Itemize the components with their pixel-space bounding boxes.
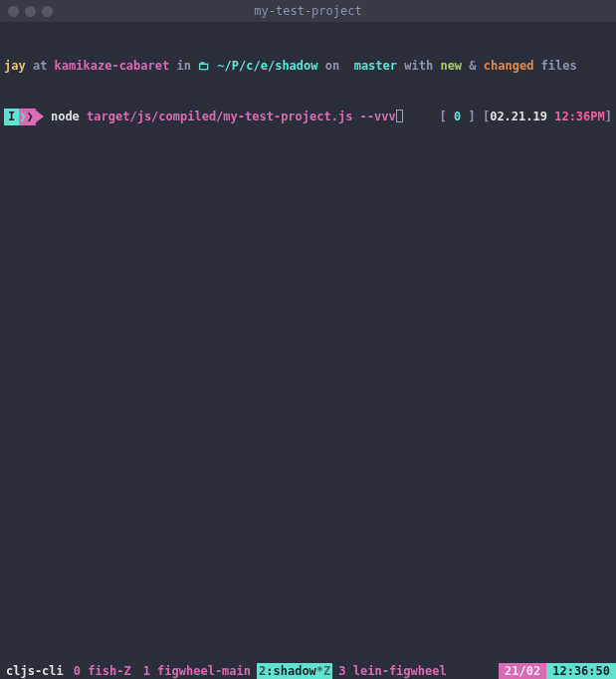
tmux-window-2-active[interactable]: 2:shadow*Z xyxy=(257,663,332,679)
tmux-window-name: lein-figwheel xyxy=(353,664,447,678)
prompt-path: ~/P/c/e/shadow xyxy=(217,59,317,73)
command-binary: node xyxy=(51,110,80,123)
exit-code: 0 xyxy=(454,110,461,123)
tmux-window-name: figwheel-main xyxy=(157,664,251,678)
status-date: 21/02 xyxy=(499,663,546,679)
prompt-at: at xyxy=(33,59,47,73)
prompt-on: on xyxy=(325,59,339,73)
prompt-with: with xyxy=(404,59,433,73)
command-args: target/js/compiled/my-test-project.js --… xyxy=(87,110,396,123)
status-time: 12:36:50 xyxy=(546,663,616,679)
prompt-host: kamikaze-cabaret xyxy=(55,59,170,73)
tmux-window-name: shadow xyxy=(273,664,315,678)
folder-icon: 🗀 xyxy=(198,59,210,73)
prompt-user: jay xyxy=(4,59,26,73)
prompt-command-line: I❯❯ node target/js/compiled/my-test-proj… xyxy=(4,109,612,125)
prompt-in: in xyxy=(176,59,190,73)
tmux-window-index: 1 xyxy=(143,664,150,678)
prompt-time: 12:36PM xyxy=(554,110,605,123)
tmux-window-flags: *Z xyxy=(316,664,330,678)
prompt-amp: & xyxy=(469,59,476,73)
tmux-window-1[interactable]: 1 figwheel-main xyxy=(137,663,257,679)
tmux-session-name: cljs-cli xyxy=(0,663,68,679)
tmux-window-name: fish-Z xyxy=(88,664,130,678)
tmux-window-0[interactable]: 0 fish-Z xyxy=(68,663,137,679)
tmux-window-3[interactable]: 3 lein-figwheel xyxy=(332,663,452,679)
git-branch: master xyxy=(354,59,397,73)
cursor xyxy=(396,110,403,122)
tmux-window-index: 3 xyxy=(338,664,345,678)
prompt-arrow: ❯❯ xyxy=(19,109,35,125)
terminal-area[interactable]: jay at kamikaze-cabaret in 🗀 ~/P/c/e/sha… xyxy=(0,22,616,142)
prompt-date: 02.21.19 xyxy=(490,110,547,123)
tmux-window-index: 2 xyxy=(259,664,266,678)
prompt-files: files xyxy=(541,59,577,73)
window-titlebar: my-test-project xyxy=(0,0,616,22)
rstat-rbrack2: ] xyxy=(605,110,612,123)
prompt-context-line: jay at kamikaze-cabaret in 🗀 ~/P/c/e/sha… xyxy=(4,58,612,75)
tmux-window-index: 0 xyxy=(74,664,81,678)
rstat-rbrack1: ] xyxy=(468,110,475,123)
window-title: my-test-project xyxy=(0,3,616,20)
tmux-status-bar: cljs-cli 0 fish-Z 1 figwheel-main 2:shad… xyxy=(0,663,616,679)
vi-mode-indicator: I xyxy=(4,109,19,125)
git-status-changed: changed xyxy=(484,59,534,73)
rstat-lbrack1: [ xyxy=(440,110,447,123)
right-status: [ 0 ] [02.21.19 12:36PM] xyxy=(440,109,612,125)
git-status-new: new xyxy=(440,59,462,73)
prompt-arrow-chevron-icon xyxy=(35,110,44,123)
